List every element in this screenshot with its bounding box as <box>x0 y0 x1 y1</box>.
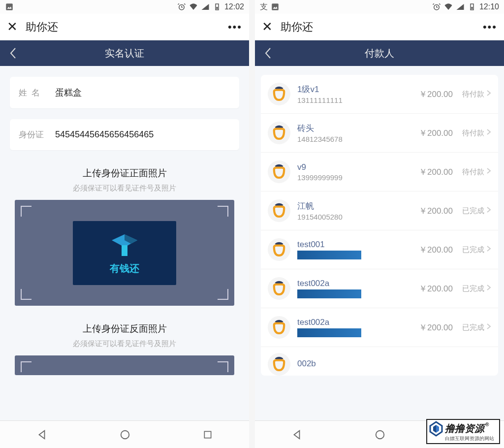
list-item[interactable]: test002a ￥200.00 已完成 <box>261 269 498 308</box>
row-name: v9 <box>297 162 399 172</box>
wifi-icon <box>189 2 198 11</box>
row-info: test002a <box>297 279 399 298</box>
row-status: 待付款 <box>453 167 484 177</box>
status-bar: 12:02 <box>0 0 249 14</box>
row-info: v9 13999999999 <box>297 162 399 182</box>
row-phone: 19154005280 <box>297 213 399 221</box>
nav-bar: 实名认证 <box>0 40 249 66</box>
upload-back-sub: 必须保证可以看见证件号及照片 <box>15 339 234 349</box>
upload-front-title: 上传身份证正面照片 <box>15 167 234 180</box>
back-icon[interactable] <box>264 47 272 60</box>
list-item[interactable]: 1级v1 13111111111 ￥200.00 待付款 <box>261 75 498 114</box>
row-amount: ￥200.00 <box>399 244 453 256</box>
close-icon[interactable]: ✕ <box>7 19 18 34</box>
chevron-right-icon <box>486 90 491 98</box>
avatar <box>268 160 290 183</box>
watermark-logo-icon <box>429 421 443 437</box>
row-amount: ￥200.00 <box>399 128 453 139</box>
more-icon[interactable]: ••• <box>483 21 497 33</box>
row-name: 江帆 <box>297 200 399 212</box>
nav-home-icon[interactable] <box>375 429 385 440</box>
back-icon[interactable] <box>9 47 17 60</box>
close-icon[interactable]: ✕ <box>262 19 273 34</box>
upload-back: 上传身份证反面照片 必须保证可以看见证件号及照片 <box>15 322 234 375</box>
list-item[interactable]: test002a ￥200.00 已完成 <box>261 308 498 347</box>
svg-rect-17 <box>471 7 472 9</box>
id-front-box[interactable]: 有钱还 <box>15 200 234 306</box>
avatar <box>268 277 290 300</box>
upload-back-title: 上传身份证反面照片 <box>15 322 234 335</box>
row-info: 砖头 14812345678 <box>297 123 399 143</box>
svg-marker-8 <box>122 245 127 256</box>
row-name: 1级v1 <box>297 84 399 95</box>
wifi-icon <box>444 2 453 11</box>
svg-marker-18 <box>294 430 299 439</box>
nav-back-icon[interactable] <box>291 429 302 440</box>
watermark-main: 撸撸资源 <box>445 422 484 435</box>
row-status: 已完成 <box>453 206 484 216</box>
nav-home-icon[interactable] <box>120 429 130 440</box>
row-amount: ￥200.00 <box>399 322 453 333</box>
image-icon <box>271 2 280 11</box>
avatar <box>268 238 290 261</box>
svg-rect-11 <box>205 431 211 438</box>
id-label: 身份证 <box>19 129 55 140</box>
svg-marker-9 <box>39 430 44 439</box>
nav-title: 付款人 <box>264 47 495 60</box>
name-field[interactable]: 姓 名 蛋糕盒 <box>10 77 239 108</box>
list-item[interactable]: 砖头 14812345678 ￥200.00 待付款 <box>261 114 498 153</box>
row-name: test002a <box>297 318 399 327</box>
id-field[interactable]: 身份证 54545445645656456465 <box>10 119 239 150</box>
nav-recent-icon[interactable] <box>203 430 213 440</box>
battery-icon <box>213 2 221 11</box>
svg-point-19 <box>376 430 384 439</box>
more-icon[interactable]: ••• <box>228 21 242 33</box>
row-phone: 13111111111 <box>297 96 399 104</box>
list-item[interactable]: 江帆 19154005280 ￥200.00 已完成 <box>261 192 498 230</box>
row-status: 已完成 <box>453 323 484 332</box>
svg-rect-12 <box>272 3 279 10</box>
nav-back-icon[interactable] <box>36 429 47 440</box>
system-nav <box>0 420 249 448</box>
row-phone: 14812345678 <box>297 135 399 143</box>
nav-title: 实名认证 <box>9 47 240 60</box>
watermark-r: ® <box>485 422 489 427</box>
chevron-right-icon <box>486 128 491 137</box>
app-title: 助你还 <box>281 20 483 34</box>
svg-marker-3 <box>201 4 209 10</box>
row-info: 江帆 19154005280 <box>297 200 399 221</box>
svg-point-10 <box>121 430 129 439</box>
list-item[interactable]: test001 ￥200.00 已完成 <box>261 230 498 269</box>
chevron-right-icon <box>486 245 491 254</box>
list-item[interactable]: v9 13999999999 ￥200.00 待付款 <box>261 153 498 192</box>
row-status: 待付款 <box>453 128 484 138</box>
avatar <box>268 83 290 105</box>
phone-masked <box>297 251 361 259</box>
phone-right: 支 12:10 ✕ 助你还 ••• 付款人 1级v1 13111111111 ￥… <box>255 0 504 448</box>
status-bar: 支 12:10 <box>255 0 504 14</box>
name-label: 姓 名 <box>19 87 55 98</box>
watermark-sub: 白嫖互联网资源的网站 <box>445 435 494 442</box>
nav-bar: 付款人 <box>255 40 504 66</box>
name-value: 蛋糕盒 <box>55 87 82 98</box>
battery-icon <box>468 2 476 11</box>
row-phone: 13999999999 <box>297 173 399 182</box>
id-back-box[interactable] <box>15 355 234 375</box>
chevron-right-icon <box>486 206 491 215</box>
chevron-right-icon <box>486 323 491 332</box>
title-bar: ✕ 助你还 ••• <box>255 14 504 40</box>
phone-masked <box>297 289 361 298</box>
row-name: test002a <box>297 279 399 288</box>
row-amount: ￥200.00 <box>399 89 453 100</box>
image-icon <box>5 2 14 11</box>
row-amount: ￥200.00 <box>399 283 453 294</box>
logo-icon <box>105 230 144 260</box>
alarm-icon <box>432 2 441 11</box>
svg-rect-0 <box>6 3 13 10</box>
payer-list: 1级v1 13111111111 ￥200.00 待付款 砖头 14812345… <box>261 75 498 376</box>
svg-marker-23 <box>436 425 439 433</box>
signal-icon <box>201 2 210 11</box>
content[interactable]: 1级v1 13111111111 ￥200.00 待付款 砖头 14812345… <box>255 66 504 420</box>
list-item-partial[interactable]: 002b <box>261 347 498 376</box>
row-status: 待付款 <box>453 90 484 99</box>
